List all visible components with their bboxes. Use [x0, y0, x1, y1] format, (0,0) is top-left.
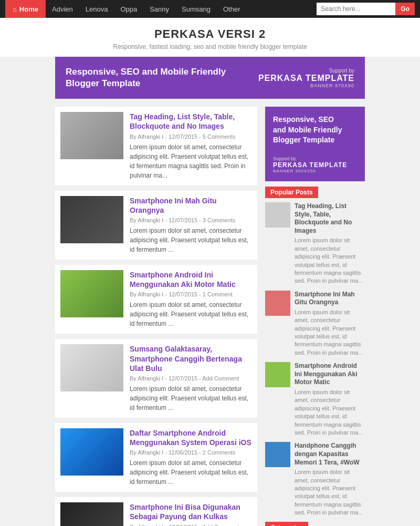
- post-title[interactable]: Sumsang Galaktasaray, Smartphone Canggih…: [130, 344, 252, 373]
- post-title[interactable]: Smartphone Ini Bisa Digunakan Sebagai Pa…: [130, 502, 252, 521]
- popular-post-excerpt: Lorem ipsum dolor sit amet, consectetur …: [295, 468, 365, 517]
- popular-post-content: Smartphone Android Ini Menggunakan Aki M…: [295, 362, 365, 437]
- post-comments: Add Comment: [202, 524, 239, 526]
- popular-post-content: Tag Heading, List Style, Table, Blockquo…: [295, 202, 365, 285]
- site-subtitle: Responsive, fastest loading, seo and mob…: [0, 43, 420, 50]
- post-item: Daftar Smartphone Android Menggunakan Sy…: [55, 423, 257, 492]
- popular-post-excerpt: Lorem ipsum dolor sit amet, consectetur …: [295, 308, 365, 357]
- sidebar: Responsive, SEOand Mobile FriendlyBlogge…: [265, 107, 365, 526]
- post-content: Tag Heading, List Style, Table, Blockquo…: [130, 112, 252, 180]
- post-excerpt: Lorem ipsum dolor sit amet, consectetur …: [130, 384, 252, 412]
- post-item: Sumsang Galaktasaray, Smartphone Canggih…: [55, 339, 257, 418]
- post-title[interactable]: Tag Heading, List Style, Table, Blockquo…: [130, 112, 252, 131]
- popular-post-title[interactable]: Smartphone Android Ini Menggunakan Aki M…: [295, 362, 365, 387]
- post-content: Smartphone Ini Bisa Digunakan Sebagai Pa…: [130, 502, 252, 526]
- post-comments: 3 Comments: [203, 217, 235, 223]
- post-thumbnail: [60, 196, 123, 243]
- post-content: Sumsang Galaktasaray, Smartphone Canggih…: [130, 344, 252, 412]
- categories-title: Categories: [265, 522, 308, 526]
- post-thumbnail: [60, 428, 123, 476]
- post-item: Smartphone Ini Mah Gitu Orangnya By Alfr…: [55, 191, 257, 260]
- popular-post-thumb: [265, 362, 290, 387]
- post-meta: By Alfrangki I - 12/06/2015 - Add Commen…: [130, 524, 252, 526]
- main-container: Tag Heading, List Style, Table, Blockquo…: [55, 99, 365, 526]
- post-date: 12/07/2015: [169, 375, 197, 381]
- nav-item-sanny[interactable]: Sanny: [143, 0, 175, 18]
- categories-widget: Categories Advien (5) Gadget (8) Lenova …: [265, 522, 365, 526]
- popular-post-thumb: [265, 202, 290, 228]
- nav-item-other[interactable]: Other: [217, 0, 247, 18]
- popular-post-item: Smartphone Android Ini Menggunakan Aki M…: [265, 362, 365, 437]
- post-thumbnail: [60, 344, 123, 391]
- post-comments: 1 Comment: [203, 291, 233, 297]
- sidebar-banner-text: Responsive, SEOand Mobile FriendlyBlogge…: [273, 115, 357, 146]
- nav-home-item[interactable]: ⌂ Home: [5, 0, 46, 18]
- popular-post-thumb: [265, 291, 290, 316]
- post-date: 12/07/2015: [169, 133, 197, 140]
- popular-post-excerpt: Lorem ipsum dolor sit amet, consectetur …: [295, 388, 365, 437]
- post-content: Daftar Smartphone Android Menggunakan Sy…: [130, 428, 252, 487]
- sidebar-banner-support: Support by: [273, 156, 357, 161]
- popular-post-item: Tag Heading, List Style, Table, Blockquo…: [265, 202, 365, 285]
- nav-item-lenova[interactable]: Lenova: [79, 0, 114, 18]
- banner-support: Support by: [258, 68, 354, 74]
- sidebar-banner-brand: PERKASA TEMPLATE: [273, 161, 357, 169]
- post-meta: By Alfrangki I - 12/07/2015 - 5 Comments: [130, 133, 252, 140]
- banner-right: Support by PERKASA TEMPLATE BANNER 970X9…: [258, 68, 354, 88]
- post-title[interactable]: Smartphone Android Ini Menggunakan Aki M…: [130, 270, 252, 289]
- search-button[interactable]: Go: [395, 3, 415, 15]
- nav-items: Advien Lenova Oppa Sanny Sumsang Other: [46, 0, 247, 18]
- post-date: 12/06/2015: [169, 449, 197, 456]
- post-content: Smartphone Android Ini Menggunakan Aki M…: [130, 270, 252, 328]
- sidebar-banner: Responsive, SEOand Mobile FriendlyBlogge…: [265, 107, 365, 181]
- search-input[interactable]: [317, 3, 395, 15]
- nav-item-oppa[interactable]: Oppa: [114, 0, 143, 18]
- post-comments: 5 Comments: [203, 133, 235, 140]
- post-thumbnail: [60, 502, 123, 526]
- post-author: Alfrangki I: [138, 524, 163, 526]
- post-thumbnail: [60, 270, 123, 317]
- popular-post-title[interactable]: Smartphone Ini Mah Gitu Orangnya: [295, 291, 365, 307]
- post-item: Smartphone Ini Bisa Digunakan Sebagai Pa…: [55, 497, 257, 526]
- sidebar-banner-size: BANNER 300X250: [273, 169, 357, 173]
- post-excerpt: Lorem ipsum dolor sit amet, consectetur …: [130, 226, 252, 254]
- post-comments: Add Comment: [202, 375, 239, 381]
- post-excerpt: Lorem ipsum dolor sit amet, consectetur …: [130, 300, 252, 328]
- banner-left-text: Responsive, SEO and Mobile FriendlyBlogg…: [66, 66, 226, 89]
- post-excerpt: Lorem ipsum dolor sit amet, consectetur …: [130, 142, 252, 180]
- post-meta: By Alfrangki I - 12/07/2015 - 1 Comment: [130, 291, 252, 297]
- popular-post-content: Handphone Canggih dengan Kapasitas Memor…: [295, 442, 365, 517]
- home-icon: ⌂: [13, 5, 17, 13]
- banner-brand: PERKASA TEMPLATE: [258, 74, 354, 83]
- post-thumbnail: [60, 112, 123, 159]
- site-header: PERKASA VERSI 2 Responsive, fastest load…: [0, 18, 420, 57]
- banner-size: BANNER 970X90: [258, 83, 354, 88]
- main-column: Tag Heading, List Style, Table, Blockquo…: [55, 107, 257, 526]
- nav-item-sumsang[interactable]: Sumsang: [175, 0, 217, 18]
- popular-post-excerpt: Lorem ipsum dolor sit amet, consectetur …: [295, 236, 365, 285]
- nav-home-label: Home: [19, 5, 38, 13]
- popular-post-content: Smartphone Ini Mah Gitu Orangnya Lorem i…: [295, 291, 365, 357]
- post-excerpt: Lorem ipsum dolor sit amet, consectetur …: [130, 458, 252, 487]
- popular-post-thumb: [265, 442, 290, 467]
- popular-posts-widget: Popular Posts Tag Heading, List Style, T…: [265, 187, 365, 517]
- post-item: Tag Heading, List Style, Table, Blockquo…: [55, 107, 257, 185]
- navbar: ⌂ Home Advien Lenova Oppa Sanny Sumsang …: [0, 0, 420, 18]
- post-date: 12/07/2015: [169, 291, 197, 297]
- post-date: 12/07/2015: [169, 217, 197, 223]
- top-banner: Responsive, SEO and Mobile FriendlyBlogg…: [55, 57, 365, 99]
- post-author: Alfrangki I: [138, 133, 163, 140]
- post-title[interactable]: Smartphone Ini Mah Gitu Orangnya: [130, 196, 252, 215]
- nav-item-advien[interactable]: Advien: [46, 0, 79, 18]
- popular-posts-title: Popular Posts: [265, 187, 318, 198]
- post-comments: 2 Comments: [203, 449, 235, 456]
- post-title[interactable]: Daftar Smartphone Android Menggunakan Sy…: [130, 428, 252, 447]
- site-title: PERKASA VERSI 2: [0, 27, 420, 41]
- popular-post-title[interactable]: Handphone Canggih dengan Kapasitas Memor…: [295, 442, 365, 467]
- post-date: 12/06/2015: [169, 524, 197, 526]
- search-form: Go: [317, 3, 415, 15]
- post-meta: By Alfrangki I - 12/07/2015 - 3 Comments: [130, 217, 252, 223]
- post-meta: By Alfrangki I - 12/06/2015 - 2 Comments: [130, 449, 252, 456]
- popular-post-title[interactable]: Tag Heading, List Style, Table, Blockquo…: [295, 202, 365, 235]
- post-author: Alfrangki I: [138, 217, 163, 223]
